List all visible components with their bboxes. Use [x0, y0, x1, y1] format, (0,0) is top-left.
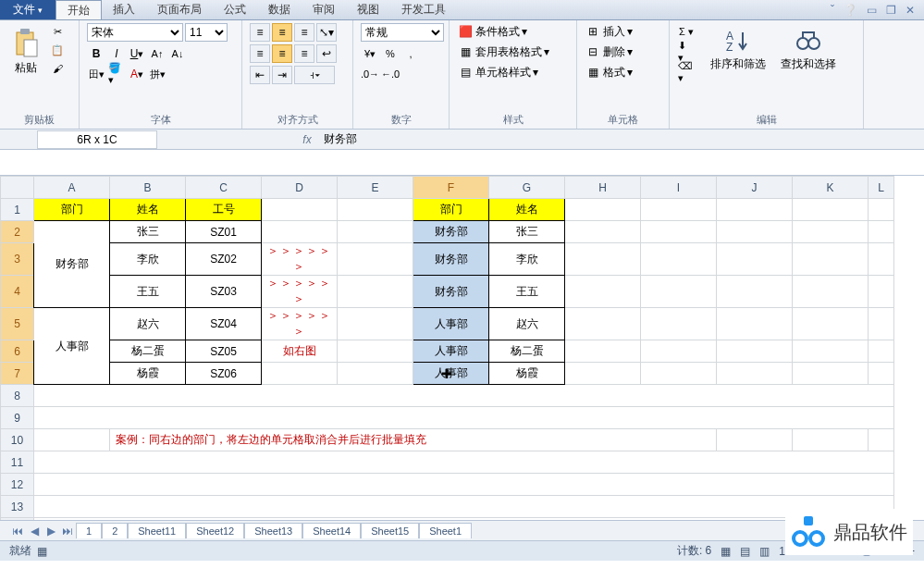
- cell[interactable]: 财务部: [413, 221, 489, 243]
- sheet-tab[interactable]: Sheet14: [302, 523, 361, 538]
- align-bottom-button[interactable]: ≡: [294, 23, 314, 42]
- find-select-button[interactable]: 查找和选择: [775, 23, 842, 76]
- view-pagebreak-icon[interactable]: ▥: [759, 545, 770, 558]
- col-header[interactable]: H: [565, 177, 641, 199]
- macro-icon[interactable]: ▦: [37, 545, 47, 558]
- copy-button[interactable]: 📋: [48, 42, 67, 58]
- align-left-button[interactable]: ≡: [250, 44, 270, 63]
- cell[interactable]: 财务部: [413, 276, 489, 308]
- cell[interactable]: 李欣: [110, 243, 186, 276]
- fill-color-button[interactable]: 🪣▾: [107, 66, 126, 82]
- tab-review[interactable]: 审阅: [302, 0, 346, 19]
- close-icon[interactable]: ✕: [906, 4, 915, 17]
- cell[interactable]: 人事部✚: [413, 363, 489, 385]
- cell[interactable]: 杨二蛋: [110, 340, 186, 363]
- border-button[interactable]: 田▾: [87, 66, 105, 82]
- row-header[interactable]: 5: [1, 308, 34, 340]
- shrink-font-button[interactable]: A↓: [168, 45, 187, 62]
- cell[interactable]: 人事部: [34, 308, 110, 385]
- row-header[interactable]: 11: [1, 451, 34, 474]
- name-box[interactable]: 6R x 1C: [37, 130, 157, 149]
- cell[interactable]: SZ04: [186, 308, 262, 340]
- cell[interactable]: 财务部: [413, 243, 489, 276]
- paste-button[interactable]: 粘贴: [7, 23, 44, 80]
- indent-inc-button[interactable]: ⇥: [272, 66, 292, 84]
- select-all-corner[interactable]: [1, 177, 34, 199]
- font-size-select[interactable]: 11: [185, 23, 228, 42]
- sheet-tab[interactable]: Sheet1: [419, 523, 472, 538]
- underline-button[interactable]: U▾: [128, 45, 146, 62]
- align-middle-button[interactable]: ≡: [272, 23, 292, 42]
- comma-button[interactable]: ,: [401, 45, 420, 62]
- cell[interactable]: 赵六: [489, 308, 565, 340]
- sheet-last-icon[interactable]: ⏭: [59, 523, 76, 539]
- number-format-select[interactable]: 常规: [361, 23, 444, 42]
- restore-icon[interactable]: ❐: [886, 4, 896, 17]
- col-header[interactable]: K: [793, 177, 869, 199]
- cell[interactable]: SZ03: [186, 276, 262, 308]
- sheet-first-icon[interactable]: ⏮: [9, 523, 26, 539]
- cell[interactable]: 部门: [413, 199, 489, 221]
- col-header[interactable]: G: [489, 177, 565, 199]
- row-header[interactable]: 9: [1, 407, 34, 429]
- cell[interactable]: SZ05: [186, 340, 262, 363]
- dec-decimal-button[interactable]: ←.0: [381, 66, 400, 82]
- cell[interactable]: 姓名: [489, 199, 565, 221]
- cell[interactable]: 王五: [489, 276, 565, 308]
- row-header[interactable]: 2: [1, 221, 34, 243]
- col-header[interactable]: A: [34, 177, 110, 199]
- conditional-format-button[interactable]: 🟥条件格式 ▾: [457, 23, 527, 40]
- sheet-tab[interactable]: Sheet12: [186, 523, 244, 538]
- font-name-select[interactable]: 宋体: [87, 23, 183, 42]
- tab-file[interactable]: 文件: [0, 0, 55, 19]
- font-color-button[interactable]: A▾: [128, 66, 146, 82]
- tab-data[interactable]: 数据: [257, 0, 302, 19]
- format-painter-button[interactable]: 🖌: [48, 60, 67, 77]
- cell[interactable]: 工号: [186, 199, 262, 221]
- clear-button[interactable]: ⌫ ▾: [677, 64, 696, 80]
- cell[interactable]: SZ01: [186, 221, 262, 243]
- delete-cells-button[interactable]: ⊟删除 ▾: [585, 43, 633, 60]
- view-normal-icon[interactable]: ▦: [721, 545, 731, 558]
- bold-button[interactable]: B: [87, 45, 105, 62]
- cell[interactable]: 王五: [110, 276, 186, 308]
- row-header[interactable]: 14: [1, 518, 34, 521]
- col-header[interactable]: J: [717, 177, 793, 199]
- orientation-button[interactable]: ⤡▾: [316, 23, 337, 42]
- autosum-button[interactable]: Σ ▾: [677, 23, 696, 40]
- sort-filter-button[interactable]: AZ 排序和筛选: [705, 23, 771, 76]
- cell[interactable]: 人事部: [413, 340, 489, 363]
- row-header[interactable]: 4: [1, 276, 34, 308]
- cell[interactable]: 人事部: [413, 308, 489, 340]
- col-header[interactable]: F: [413, 177, 489, 199]
- cell[interactable]: SZ06: [186, 363, 262, 385]
- help-icon[interactable]: ❔: [844, 4, 857, 17]
- insert-cells-button[interactable]: ⊞插入 ▾: [585, 23, 633, 40]
- col-header[interactable]: I: [641, 177, 717, 199]
- sheet-tab[interactable]: Sheet13: [244, 523, 302, 538]
- cell[interactable]: 部门: [34, 199, 110, 221]
- row-header[interactable]: 12: [1, 474, 34, 496]
- cell[interactable]: 杨霞: [489, 363, 565, 385]
- col-header[interactable]: B: [110, 177, 186, 199]
- col-header[interactable]: C: [186, 177, 262, 199]
- cell[interactable]: 杨霞: [110, 363, 186, 385]
- row-header[interactable]: 13: [1, 496, 34, 518]
- row-header[interactable]: 8: [1, 385, 34, 407]
- percent-button[interactable]: %: [381, 45, 400, 62]
- align-center-button[interactable]: ≡: [272, 44, 292, 63]
- sheet-tab[interactable]: Sheet15: [361, 523, 419, 538]
- row-header[interactable]: 10: [1, 429, 34, 451]
- cell[interactable]: 杨二蛋: [489, 340, 565, 363]
- view-layout-icon[interactable]: ▤: [740, 545, 750, 558]
- minimize-icon[interactable]: ▭: [867, 4, 877, 17]
- row-header[interactable]: 1: [1, 199, 34, 221]
- collapse-ribbon-icon[interactable]: ˇ: [831, 4, 834, 17]
- grow-font-button[interactable]: A↑: [148, 45, 166, 62]
- col-header[interactable]: D: [262, 177, 338, 199]
- format-cells-button[interactable]: ▦格式 ▾: [585, 64, 633, 80]
- cut-button[interactable]: ✂: [48, 23, 67, 40]
- tab-dev[interactable]: 开发工具: [390, 0, 457, 19]
- table-format-button[interactable]: ▦套用表格格式 ▾: [457, 43, 549, 60]
- tab-formula[interactable]: 公式: [213, 0, 257, 19]
